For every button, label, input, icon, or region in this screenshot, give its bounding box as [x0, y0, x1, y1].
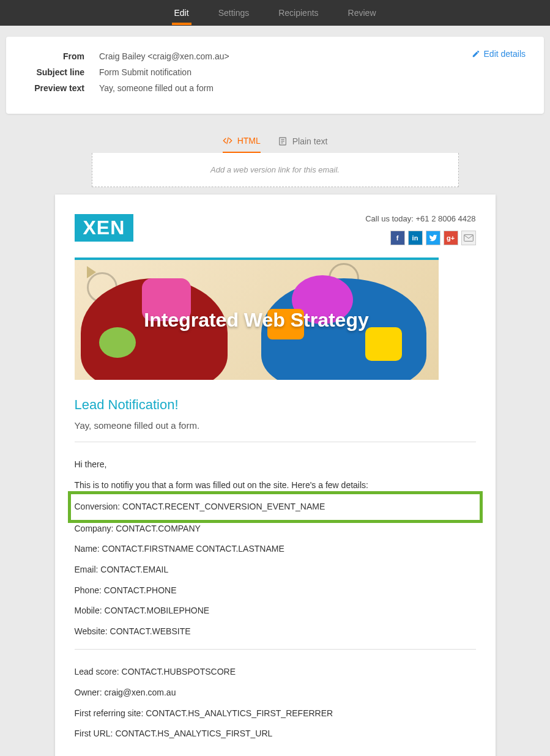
- website-line: Website: CONTACT.WEBSITE: [75, 621, 476, 642]
- mobile-line: Mobile: CONTACT.MOBILEPHONE: [75, 601, 476, 621]
- lead-subtitle: Yay, someone filled out a form.: [75, 420, 476, 431]
- divider: [75, 442, 476, 442]
- top-nav: Edit Settings Recipients Review: [0, 0, 550, 26]
- pencil-icon: [472, 50, 480, 58]
- view-tab-html[interactable]: HTML: [223, 136, 261, 153]
- greeting-text: Hi there,: [75, 454, 476, 475]
- owner-line: Owner: craig@xen.com.au: [75, 683, 476, 703]
- email-preview: XEN Call us today: +61 2 8006 4428 f in …: [55, 195, 496, 756]
- nav-tab-edit[interactable]: Edit: [172, 1, 191, 25]
- email-icon[interactable]: [461, 231, 476, 245]
- from-value: Craig Bailey <craig@xen.com.au>: [99, 51, 229, 61]
- edit-details-link[interactable]: Edit details: [472, 49, 526, 59]
- email-details-card: From Craig Bailey <craig@xen.com.au> Sub…: [6, 37, 544, 114]
- web-version-hint[interactable]: Add a web version link for this email.: [92, 153, 459, 187]
- view-tab-html-label: HTML: [237, 136, 261, 146]
- from-label: From: [26, 51, 99, 61]
- nav-tab-settings[interactable]: Settings: [216, 1, 252, 25]
- email-body: Lead Notification! Yay, someone filled o…: [75, 397, 476, 744]
- linkedin-icon[interactable]: in: [408, 231, 423, 245]
- google-plus-icon[interactable]: g+: [444, 231, 458, 245]
- email-header: XEN Call us today: +61 2 8006 4428 f in …: [75, 214, 476, 245]
- edit-details-text: Edit details: [484, 49, 526, 59]
- code-icon: [223, 136, 232, 146]
- first-ref-line: First referring site: CONTACT.HS_ANALYTI…: [75, 703, 476, 724]
- company-line: Company: CONTACT.COMPANY: [75, 519, 476, 539]
- name-line: Name: CONTACT.FIRSTNAME CONTACT.LASTNAME: [75, 539, 476, 560]
- brand-logo: XEN: [75, 214, 134, 242]
- document-icon: [278, 136, 288, 146]
- first-url-line: First URL: CONTACT.HS_ANALYTICS_FIRST_UR…: [75, 724, 476, 744]
- nav-tab-review[interactable]: Review: [346, 1, 379, 25]
- banner-image: Integrated Web Strategy: [75, 258, 439, 380]
- call-us-text: Call us today: +61 2 8006 4428: [365, 214, 475, 223]
- subject-value: Form Submit notification: [99, 67, 191, 77]
- conversion-line: Conversion: CONTACT.RECENT_CONVERSION_EV…: [73, 497, 477, 517]
- view-tabs: HTML Plain text: [0, 125, 550, 153]
- view-tab-plain[interactable]: Plain text: [278, 136, 328, 153]
- leadscore-line: Lead score: CONTACT.HUBSPOTSCORE: [75, 662, 476, 683]
- view-tab-plain-label: Plain text: [292, 136, 328, 146]
- intro-text: This is to notifiy you that a form was f…: [75, 475, 476, 496]
- facebook-icon[interactable]: f: [390, 231, 405, 245]
- preview-label: Preview text: [26, 83, 99, 93]
- nav-tab-recipients[interactable]: Recipients: [276, 1, 321, 25]
- twitter-icon[interactable]: [426, 231, 440, 245]
- email-line: Email: CONTACT.EMAIL: [75, 560, 476, 580]
- svg-rect-4: [464, 235, 473, 242]
- subject-label: Subject line: [26, 67, 99, 77]
- lead-title: Lead Notification!: [75, 397, 476, 413]
- phone-line: Phone: CONTACT.PHONE: [75, 580, 476, 601]
- divider-2: [75, 649, 476, 650]
- banner-text: Integrated Web Strategy: [144, 309, 368, 332]
- preview-value: Yay, someone filled out a form: [99, 83, 214, 93]
- social-icons: f in g+: [365, 231, 475, 245]
